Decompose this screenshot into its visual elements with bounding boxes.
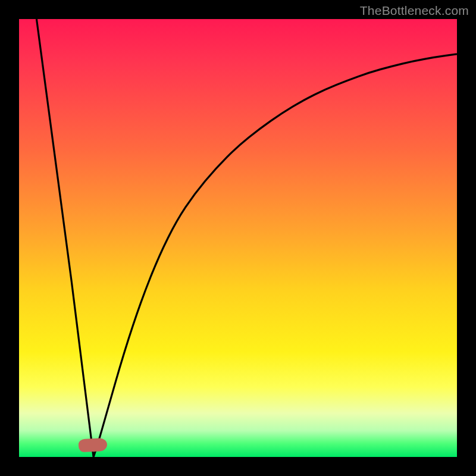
bottleneck-curve (19, 19, 457, 457)
optimal-region-marker (78, 438, 107, 452)
watermark-text: TheBottleneck.com (360, 4, 469, 18)
chart-frame: TheBottleneck.com (0, 0, 476, 476)
plot-area (19, 19, 457, 457)
curve-path (36, 19, 457, 457)
